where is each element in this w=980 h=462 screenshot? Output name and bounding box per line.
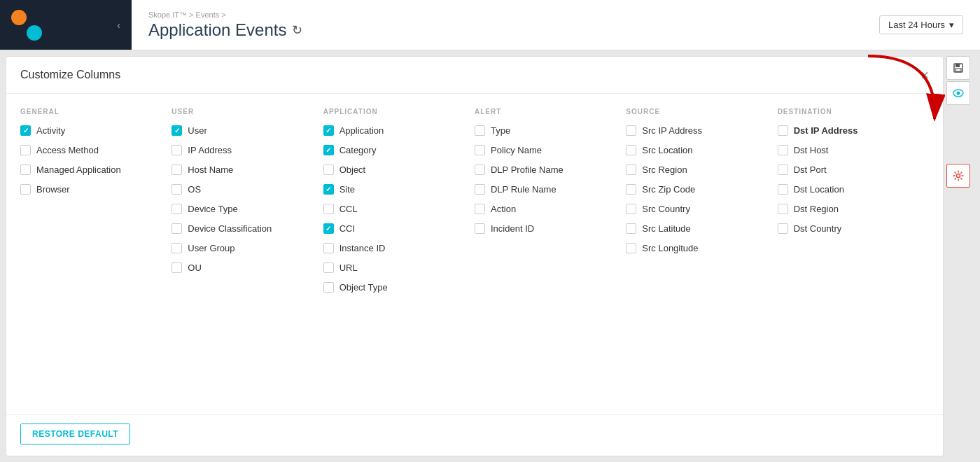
cb-user[interactable]: User xyxy=(172,125,323,136)
cb-managed-application-box[interactable] xyxy=(20,164,31,175)
cb-dst-ip-address-box[interactable] xyxy=(778,125,788,136)
cb-activity[interactable]: Activity xyxy=(20,125,172,136)
cb-access-method-box[interactable] xyxy=(20,145,31,155)
cb-dst-host-box[interactable] xyxy=(778,145,788,155)
cb-user-group-box[interactable] xyxy=(172,243,182,253)
cb-object-type[interactable]: Object Type xyxy=(323,282,475,293)
cb-device-type[interactable]: Device Type xyxy=(172,204,323,214)
cb-host-name[interactable]: Host Name xyxy=(172,164,323,175)
cb-src-latitude-box[interactable] xyxy=(626,223,636,234)
cb-dst-port-box[interactable] xyxy=(778,164,788,175)
group-user-label: USER xyxy=(172,108,323,115)
cb-incident-id[interactable]: Incident ID xyxy=(475,223,626,234)
cb-access-method[interactable]: Access Method xyxy=(20,145,172,155)
cb-src-latitude[interactable]: Src Latitude xyxy=(626,223,777,234)
cb-policy-name-box[interactable] xyxy=(475,145,485,155)
save-icon-button[interactable] xyxy=(946,56,970,80)
cb-user-group[interactable]: User Group xyxy=(172,243,323,253)
cb-category-box[interactable] xyxy=(323,145,334,155)
cb-src-country-box[interactable] xyxy=(626,204,636,214)
svg-rect-2 xyxy=(955,64,960,67)
restore-default-button[interactable]: RESTORE DEFAULT xyxy=(20,424,130,444)
cb-dst-ip-address[interactable]: Dst IP Address xyxy=(778,125,929,136)
svg-point-5 xyxy=(957,92,960,95)
cb-dlp-rule-name-box[interactable] xyxy=(475,184,485,195)
cb-user-box[interactable] xyxy=(172,125,182,136)
cb-src-country[interactable]: Src Country xyxy=(626,204,777,214)
cb-device-type-box[interactable] xyxy=(172,204,182,214)
group-application: APPLICATION Application Category Object … xyxy=(323,108,475,407)
cb-url[interactable]: URL xyxy=(323,262,475,273)
cb-application[interactable]: Application xyxy=(323,125,475,136)
cb-src-zip-code[interactable]: Src Zip Code xyxy=(626,184,777,195)
cb-src-longitude[interactable]: Src Longitude xyxy=(626,243,777,253)
cb-application-box[interactable] xyxy=(323,125,334,136)
cb-type-box[interactable] xyxy=(475,125,485,136)
cb-src-longitude-box[interactable] xyxy=(626,243,636,253)
cb-activity-box[interactable] xyxy=(20,125,31,136)
cb-src-zip-code-box[interactable] xyxy=(626,184,636,195)
cb-os-box[interactable] xyxy=(172,184,182,195)
cb-device-classification[interactable]: Device Classification xyxy=(172,223,323,234)
cb-dlp-rule-name[interactable]: DLP Rule Name xyxy=(475,184,626,195)
group-source-label: SOURCE xyxy=(626,108,777,115)
cb-src-location-box[interactable] xyxy=(626,145,636,155)
cb-ip-address-box[interactable] xyxy=(172,145,182,155)
cb-dst-location-box[interactable] xyxy=(778,184,788,195)
cb-dlp-profile-name[interactable]: DLP Profile Name xyxy=(475,164,626,175)
cb-host-name-box[interactable] xyxy=(172,164,182,175)
cb-category[interactable]: Category xyxy=(323,145,475,155)
cb-ou[interactable]: OU xyxy=(172,262,323,273)
cb-ip-address[interactable]: IP Address xyxy=(172,145,323,155)
cb-site[interactable]: Site xyxy=(323,184,475,195)
cb-action-box[interactable] xyxy=(475,204,485,214)
cb-object[interactable]: Object xyxy=(323,164,475,175)
view-icon-button[interactable] xyxy=(946,81,970,105)
cb-cci[interactable]: CCI xyxy=(323,223,475,234)
cb-managed-application[interactable]: Managed Application xyxy=(20,164,172,175)
breadcrumb-title-area: Skope IT™ > Events > Application Events … xyxy=(148,10,302,40)
cb-dlp-profile-name-box[interactable] xyxy=(475,164,485,175)
cb-type[interactable]: Type xyxy=(475,125,626,136)
gear-icon-button[interactable] xyxy=(946,164,970,188)
cb-dst-country-box[interactable] xyxy=(778,223,788,234)
cb-action[interactable]: Action xyxy=(475,204,626,214)
cb-ou-box[interactable] xyxy=(172,262,182,273)
cb-ccl[interactable]: CCL xyxy=(323,204,475,214)
cb-instance-id-box[interactable] xyxy=(323,243,334,253)
time-selector[interactable]: Last 24 Hours ▾ xyxy=(879,15,963,34)
cb-dst-port[interactable]: Dst Port xyxy=(778,164,929,175)
cb-src-location[interactable]: Src Location xyxy=(626,145,777,155)
cb-policy-name[interactable]: Policy Name xyxy=(475,145,626,155)
group-general-label: GENERAL xyxy=(20,108,172,115)
cb-cci-box[interactable] xyxy=(323,223,334,234)
cb-url-box[interactable] xyxy=(323,262,334,273)
cb-object-box[interactable] xyxy=(323,164,334,175)
cb-dst-region[interactable]: Dst Region xyxy=(778,204,929,214)
cb-dst-host[interactable]: Dst Host xyxy=(778,145,929,155)
cb-site-box[interactable] xyxy=(323,184,334,195)
group-user: USER User IP Address Host Name OS xyxy=(172,108,323,407)
cb-object-type-box[interactable] xyxy=(323,282,334,293)
cb-browser[interactable]: Browser xyxy=(20,184,172,195)
cb-src-ip-address[interactable]: Src IP Address xyxy=(626,125,777,136)
cb-src-region[interactable]: Src Region xyxy=(626,164,777,175)
cb-browser-box[interactable] xyxy=(20,184,31,195)
cb-dst-location[interactable]: Dst Location xyxy=(778,184,929,195)
collapse-icon[interactable]: ‹ xyxy=(117,20,120,31)
cb-ccl-box[interactable] xyxy=(323,204,334,214)
cb-os[interactable]: OS xyxy=(172,184,323,195)
cb-dst-country[interactable]: Dst Country xyxy=(778,223,929,234)
cb-src-region-box[interactable] xyxy=(626,164,636,175)
cb-instance-id[interactable]: Instance ID xyxy=(323,243,475,253)
cb-dst-region-box[interactable] xyxy=(778,204,788,214)
group-alert-label: ALERT xyxy=(475,108,626,115)
group-general: GENERAL Activity Access Method Managed A… xyxy=(20,108,172,407)
refresh-icon[interactable]: ↻ xyxy=(292,22,302,38)
group-alert: ALERT Type Policy Name DLP Profile Name … xyxy=(475,108,626,407)
cb-incident-id-box[interactable] xyxy=(475,223,485,234)
cb-device-classification-box[interactable] xyxy=(172,223,182,234)
cb-src-ip-address-box[interactable] xyxy=(626,125,636,136)
close-button[interactable]: × xyxy=(920,68,929,82)
customize-columns-panel: Customize Columns × GENERAL Activity Acc… xyxy=(6,56,944,456)
